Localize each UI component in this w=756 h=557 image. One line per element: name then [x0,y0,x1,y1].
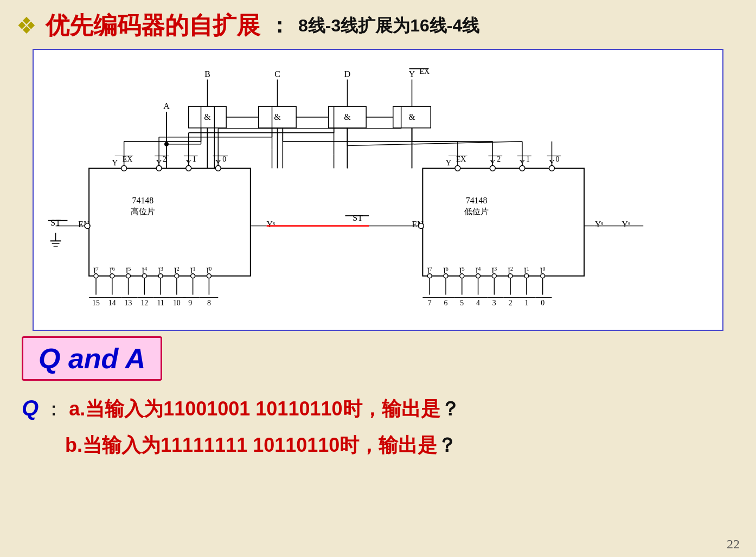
page-number: 22 [727,537,740,552]
svg-point-75 [126,274,131,278]
svg-text:2: 2 [163,155,166,163]
svg-text:EX: EX [419,67,430,75]
svg-point-172 [541,274,545,278]
title-main-text: 优先编码器的自扩展 [46,10,260,42]
svg-text:&: & [408,112,415,121]
svg-text:1: 1 [526,155,530,163]
svg-point-73 [94,274,98,278]
svg-text:1: 1 [524,299,528,307]
svg-text:Ys: Ys [622,220,631,229]
q-label: Q [22,396,39,420]
svg-text:低位片: 低位片 [464,207,489,216]
svg-rect-0 [89,168,251,276]
q-a-text: 当输入为11001001 10110110时，输出是 [85,396,440,422]
svg-text:ST: ST [353,213,363,222]
svg-point-79 [191,274,195,278]
q-a-suffix: ？ [440,396,460,422]
svg-point-165 [427,274,432,278]
svg-text:1: 1 [193,155,196,163]
svg-text:D: D [344,69,350,79]
svg-point-171 [524,274,529,278]
svg-point-37 [121,165,127,171]
svg-point-76 [142,274,146,278]
svg-text:6: 6 [444,299,448,307]
svg-text:0: 0 [555,155,559,163]
svg-rect-105 [422,168,584,276]
svg-point-166 [444,274,448,278]
svg-text:14: 14 [108,299,116,307]
question-line-a: Q ： a. 当输入为11001001 10110110时，输出是 ？ [22,396,734,422]
svg-point-80 [207,274,211,278]
qa-badge-text: Q and A [39,343,145,374]
q-b-text: 当输入为11111111 10110110时，输出是 [82,432,437,459]
svg-text:4: 4 [476,299,480,307]
svg-text:7: 7 [428,299,432,307]
svg-text:高位片: 高位片 [131,207,155,216]
question-area: Q ： a. 当输入为11001001 10110110时，输出是 ？ b. 当… [22,396,734,459]
q-colon: ： [44,396,63,422]
svg-text:5: 5 [460,299,464,307]
svg-text:8: 8 [207,299,211,307]
svg-text:Ys: Ys [267,220,276,229]
title-diamond-icon: ❖ [16,15,37,37]
svg-point-112 [418,223,424,229]
q-b-prefix: b. [65,434,82,457]
svg-text:C: C [274,69,280,79]
svg-text:0: 0 [541,299,544,307]
svg-text:13: 13 [125,299,132,307]
svg-text:10: 10 [173,299,181,307]
svg-text:&: & [344,112,351,121]
svg-text:74148: 74148 [132,196,154,205]
svg-point-114 [455,165,460,171]
svg-point-170 [508,274,512,278]
svg-text:2: 2 [509,299,512,307]
q-b-suffix: ？ [437,432,457,459]
svg-text:12: 12 [140,299,148,307]
svg-point-168 [476,274,480,278]
title-colon: ： [269,12,290,40]
svg-text:&: & [274,112,281,121]
svg-text:Y: Y [409,69,415,79]
svg-point-167 [460,274,464,278]
circuit-diagram: .gate-box { fill: white; stroke: black; … [33,49,723,331]
svg-text:15: 15 [92,299,100,307]
title-sub-text: 8线-3线扩展为16线-4线 [298,14,479,38]
title-area: ❖ 优先编码器的自扩展 ： 8线-3线扩展为16线-4线 [16,10,740,42]
svg-text:Ys: Ys [595,220,604,229]
svg-text:0: 0 [222,155,226,163]
question-line-b: b. 当输入为11111111 10110110时，输出是 ？ [65,432,734,459]
svg-text:Y: Y [446,159,451,167]
qa-badge: Q and A [22,336,162,381]
svg-text:2: 2 [497,155,501,163]
svg-point-169 [492,274,496,278]
svg-point-74 [110,274,114,278]
svg-line-150 [347,142,522,146]
svg-text:74148: 74148 [466,196,488,205]
svg-text:&: & [204,112,211,121]
svg-text:9: 9 [188,299,192,307]
svg-text:3: 3 [492,299,496,307]
svg-point-78 [175,274,179,278]
svg-point-77 [158,274,163,278]
svg-text:Y: Y [112,159,118,167]
svg-text:B: B [204,69,210,79]
svg-text:11: 11 [157,299,164,307]
svg-text:A: A [163,101,170,111]
q-a-prefix: a. [69,398,85,420]
